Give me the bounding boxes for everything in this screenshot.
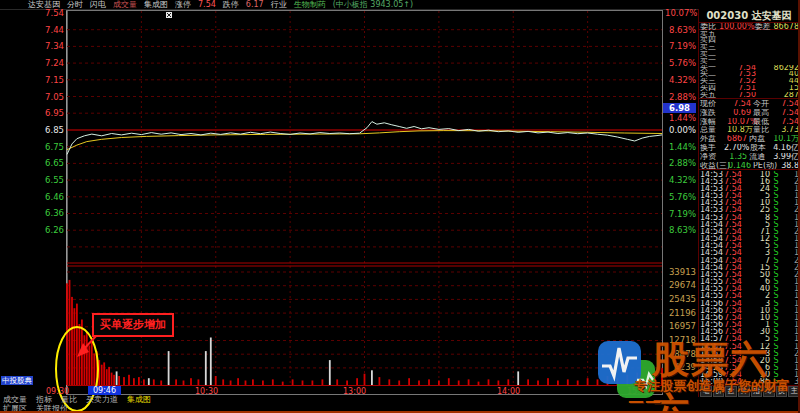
volume-bar [329,360,331,385]
menu-item[interactable]: 成交量 [113,0,137,9]
tick-count: 1 [782,321,799,328]
percent-axis-label: 5.76% [665,193,696,202]
tick-direction: S [770,371,782,378]
tick-price: 7.54 [724,335,748,342]
menu-item[interactable]: 闪电 [90,0,106,9]
weicha-value: 86678 [774,23,799,30]
tick-time: 14:53 [700,185,724,192]
info-label: 涨跌 [700,109,727,118]
tick-price: 7.54 [724,328,748,335]
tick-row: 14:587.5420S1 [700,357,799,364]
volume-bar [272,379,274,385]
tick-volume: 10 [748,171,770,178]
price-axis-label: 6.36 [36,209,64,218]
volume-bar [108,367,110,385]
ask-row: 卖五 [700,31,799,38]
info-value: 4.16亿 [773,144,799,153]
cursor-time-badge: 09:46 [88,386,121,395]
tick-volume: 3 [748,300,770,307]
info-label: 股本 [748,144,773,153]
tick-row: 14:567.5410S1 [700,314,799,321]
tick-count: 1 [782,185,799,192]
tick-direction: S [770,335,782,342]
volume-bar [198,379,200,385]
price-axis-label: 6.75 [36,143,64,152]
tick-count: 2 [782,206,799,213]
tick-price: 7.54 [724,171,748,178]
price-axis-label: 7.54 [36,9,64,18]
tick-row: 14:537.5410S1 [700,171,799,178]
info-value: 7.54 [779,118,799,127]
tick-price: 7.54 [724,278,748,285]
volume-bar [312,381,314,386]
price-axis-label: 6.85 [36,126,64,135]
percent-axis-label: 7.19% [665,210,696,219]
info-value: 3.99亿 [773,153,799,162]
volume-bar [69,280,71,385]
volume-bar [567,379,569,385]
tick-volume: 12 [748,235,770,242]
tick-count: 1 [782,335,799,342]
volume-bar [103,362,105,385]
volume-axis-label: 16957 [664,322,696,331]
volume-bar [364,374,366,385]
bottom-tab[interactable]: 成交量 [3,396,27,404]
volume-bar [597,379,599,385]
tick-row: 14:567.543S1 [700,300,799,307]
tick-count: 1 [782,285,799,292]
info-value: 0.69 [727,109,751,118]
tick-row: 14:597.5410S1 [700,371,799,378]
tick-time: 14:59 [700,371,724,378]
bottom-tab[interactable]: 买卖力道 [86,396,118,404]
level-price [722,51,756,58]
info-value: 10.07% [727,118,751,127]
tick-count: 1 [782,314,799,321]
info-row: 涨跌0.69最高7.54 [700,109,799,118]
tick-volume: 5 [748,192,770,199]
bottom-tab[interactable]: 指标 [36,396,52,404]
menu-item[interactable]: 集成图 [144,0,168,9]
volume-bar [468,379,470,385]
tick-price: 7.54 [724,235,748,242]
corner-tag[interactable]: 中投股典 [1,376,33,385]
tick-price: 7.54 [724,321,748,328]
tick-direction: S [770,257,782,264]
annotation-callout: 买单逐步增加 [92,313,174,337]
info-value: 10.1万 [773,135,799,144]
tick-price: 7.54 [724,357,748,364]
tick-time: 14:53 [700,178,724,185]
bottom-tab[interactable]: 集成图 [127,396,151,404]
volume-bar [183,381,185,386]
tick-volume: 3 [748,249,770,256]
tick-time: 14:54 [700,242,724,249]
tick-count: 1 [782,278,799,285]
menu-item[interactable]: 生物制药 [294,0,326,9]
tick-count: 1 [782,307,799,314]
tick-count: 1 [782,357,799,364]
tick-price: 7.54 [724,185,748,192]
volume-bar [356,378,358,385]
tick-volume: 10 [748,314,770,321]
menu-item: 7.54 [198,0,216,9]
tick-volume: 6 [748,364,770,371]
tick-volume: 1 [748,321,770,328]
bid-row: 买二7.5340 [700,71,799,78]
tick-price: 7.54 [724,300,748,307]
menu-item: 行业 [271,0,287,9]
menu-item: (中小板指 3943.05↑) [333,0,414,9]
info-value: 7.54 [779,100,799,109]
volume-axis-label: 29674 [664,281,696,290]
volume-bar [336,379,338,385]
tick-volume: 10 [748,307,770,314]
volume-bar [322,379,324,385]
volume-bar [237,378,239,385]
volume-bar [98,360,100,385]
percent-axis-label: 7.19% [665,42,696,51]
volume-axis-label: 33913 [664,268,696,277]
price-axis-label: 6.55 [36,176,64,185]
info-label: 今开 [751,100,779,109]
bottom-tab[interactable]: 量比 [61,396,77,404]
tick-direction: S [770,300,782,307]
menu-item[interactable]: 分时 [67,0,83,9]
tick-time: 14:54 [700,221,724,228]
